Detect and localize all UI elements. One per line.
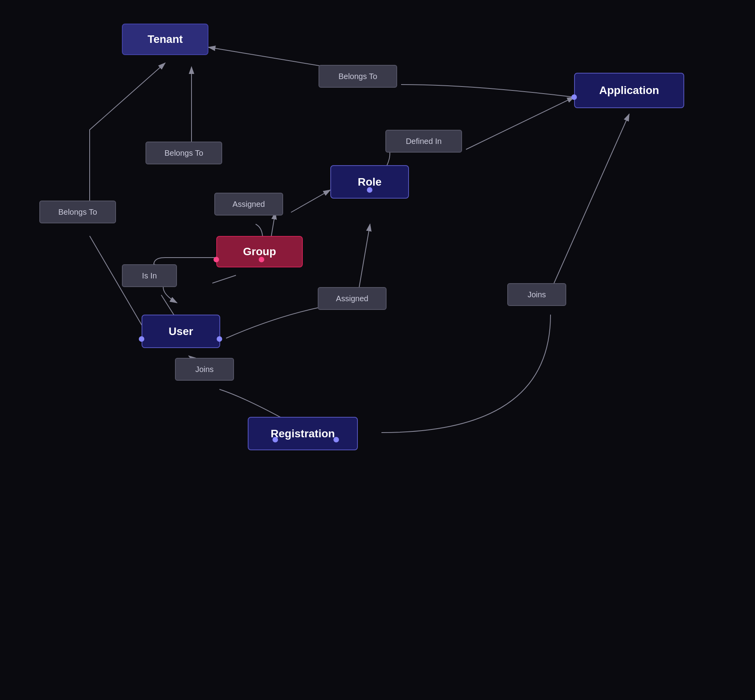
defined-in-text: Defined In bbox=[406, 137, 442, 146]
assigned-2-label: Assigned bbox=[318, 287, 387, 310]
dot-registration-left bbox=[273, 437, 278, 442]
belongs-to-2-text: Belongs To bbox=[164, 149, 203, 158]
user-node[interactable]: User bbox=[142, 315, 220, 348]
is-in-label: Is In bbox=[122, 264, 177, 287]
assigned-2-text: Assigned bbox=[336, 294, 368, 303]
diagram-container: Tenant Application Role Group User Regis… bbox=[0, 0, 755, 700]
group-label: Group bbox=[243, 245, 276, 258]
application-label: Application bbox=[599, 84, 659, 97]
role-node[interactable]: Role bbox=[330, 165, 409, 199]
belongs-to-2-label: Belongs To bbox=[145, 142, 222, 164]
registration-label: Registration bbox=[271, 427, 335, 440]
dot-user-right bbox=[217, 336, 222, 342]
group-node[interactable]: Group bbox=[216, 236, 303, 267]
belongs-to-3-text: Belongs To bbox=[58, 208, 97, 217]
user-label: User bbox=[169, 325, 193, 338]
registration-node[interactable]: Registration bbox=[248, 417, 358, 450]
joins-1-text: Joins bbox=[195, 365, 214, 374]
joins-1-label: Joins bbox=[175, 358, 234, 381]
dot-user-left bbox=[139, 336, 144, 342]
role-label: Role bbox=[358, 176, 382, 188]
is-in-text: Is In bbox=[142, 271, 157, 280]
joins-2-text: Joins bbox=[528, 290, 546, 299]
belongs-to-3-label: Belongs To bbox=[39, 201, 116, 223]
assigned-1-label: Assigned bbox=[214, 193, 283, 216]
dot-group-2 bbox=[214, 257, 219, 262]
belongs-to-1-text: Belongs To bbox=[339, 72, 378, 81]
belongs-to-1-label: Belongs To bbox=[319, 65, 397, 88]
tenant-node[interactable]: Tenant bbox=[122, 24, 208, 55]
dot-registration-right bbox=[333, 437, 339, 442]
dot-group-1 bbox=[259, 257, 264, 262]
assigned-1-text: Assigned bbox=[232, 200, 265, 209]
dot-application bbox=[571, 94, 577, 100]
defined-in-label: Defined In bbox=[385, 130, 462, 153]
joins-2-label: Joins bbox=[507, 283, 566, 306]
dot-role bbox=[367, 187, 372, 193]
tenant-label: Tenant bbox=[147, 33, 183, 46]
application-node[interactable]: Application bbox=[574, 73, 684, 108]
